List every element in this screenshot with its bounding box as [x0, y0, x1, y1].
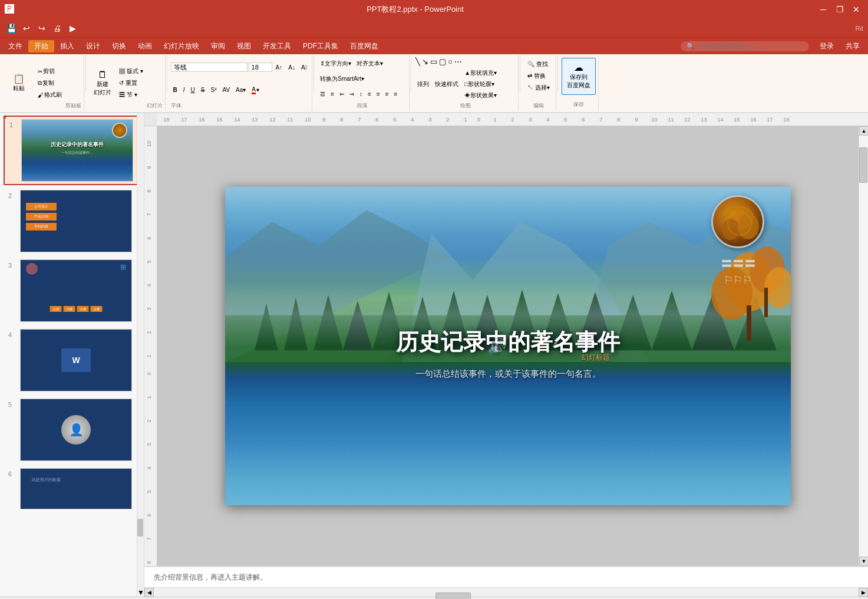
- slide-canvas[interactable]: 〓〓〓 ⚐⚐⚐ 历史记录中的著名事件 幻灯标题 一句话总结该事件，或关于该事件的…: [225, 187, 791, 505]
- more-shapes[interactable]: ⋯: [454, 57, 463, 67]
- quick-style-button[interactable]: 快速样式: [433, 79, 461, 90]
- menu-baidu[interactable]: 百度网盘: [344, 40, 384, 52]
- convert-smartart-button[interactable]: 转换为SmartArt▾: [318, 74, 366, 84]
- scrollbar-thumb[interactable]: [859, 147, 867, 183]
- slide-thumb-2[interactable]: 2 公司简介 产品介绍 学到内容 →: [4, 187, 140, 255]
- menu-developer[interactable]: 开发工具: [257, 40, 297, 52]
- circle-shape[interactable]: ○: [447, 57, 453, 67]
- undo-button[interactable]: ↩: [20, 22, 33, 35]
- menu-home[interactable]: 开始: [28, 40, 54, 52]
- slide-thumb-4[interactable]: 4 W: [4, 327, 140, 394]
- shadow-button[interactable]: S²: [208, 85, 219, 94]
- redo-button[interactable]: ↪: [35, 22, 48, 35]
- shape-fill-button[interactable]: ▲形状填充▾: [462, 68, 499, 78]
- scroll-up-button[interactable]: ▲: [859, 126, 868, 136]
- indent-decrease-button[interactable]: ⇐: [337, 90, 346, 98]
- new-slide-button[interactable]: 🗒 新建幻灯片: [90, 67, 115, 100]
- increase-font-button[interactable]: A↑: [273, 63, 285, 72]
- svg-text:10: 10: [146, 141, 152, 147]
- login-button[interactable]: 登录: [814, 40, 840, 52]
- arrow-shape[interactable]: ↘: [421, 57, 429, 67]
- slide-thumb-6[interactable]: 6 此处照片的标题: [4, 466, 140, 512]
- save-baidu-button[interactable]: ☁ 保存到百度网盘: [562, 58, 596, 95]
- rounded-rect-shape[interactable]: ▢: [438, 57, 447, 67]
- text-direction-button[interactable]: ⇕文字方向▾: [318, 58, 354, 69]
- slide-thumb-1[interactable]: 1 历史记录中的著名事件 一句话总结该事件...: [4, 116, 140, 185]
- svg-text:5: 5: [146, 490, 152, 493]
- bold-button[interactable]: B: [171, 85, 180, 94]
- copy-button[interactable]: ⧉ 复制: [35, 78, 64, 88]
- close-button[interactable]: ✕: [849, 4, 863, 15]
- slide-subtitle[interactable]: 一句话总结该事件，或关于该事件的一句名言。: [415, 368, 601, 380]
- slide-panel-scrollbar[interactable]: ▼: [137, 113, 144, 597]
- section-button[interactable]: ☰ 节 ▾: [117, 90, 146, 100]
- line-spacing-button[interactable]: ↕: [357, 90, 365, 98]
- scrollbar-horizontal[interactable]: ◀ ▶: [144, 587, 868, 597]
- clear-format-button[interactable]: A⃝: [299, 63, 309, 72]
- scrollbar-thumb-slides[interactable]: [137, 519, 143, 537]
- align-center-button[interactable]: ≡: [374, 90, 382, 98]
- font-color-button[interactable]: A▾: [249, 85, 262, 96]
- shape-outline-button[interactable]: □形状轮廓▾: [462, 79, 499, 90]
- find-button[interactable]: 🔍 查找: [525, 59, 552, 70]
- reset-button[interactable]: ↺ 重置: [117, 78, 146, 88]
- share-button[interactable]: 共享: [840, 40, 866, 52]
- replace-button[interactable]: ⇄ 替换: [525, 71, 552, 81]
- arrange-button[interactable]: 排列: [415, 79, 431, 90]
- align-left-button[interactable]: ≡: [365, 90, 374, 98]
- svg-text:·9: ·9: [633, 117, 638, 123]
- menu-design[interactable]: 设计: [80, 40, 106, 52]
- indent-increase-button[interactable]: ⇒: [347, 90, 357, 98]
- rect-shape[interactable]: ▭: [430, 57, 438, 67]
- strikethrough-button[interactable]: S: [199, 85, 207, 94]
- save-quick-button[interactable]: 💾: [5, 22, 18, 35]
- font-name-input[interactable]: [171, 62, 247, 72]
- slide-thumb-5[interactable]: 5 👤: [4, 396, 140, 463]
- minimize-button[interactable]: ─: [816, 4, 830, 15]
- line-shape[interactable]: ╲: [415, 57, 421, 67]
- slide-canvas-container[interactable]: 〓〓〓 ⚐⚐⚐ 历史记录中的著名事件 幻灯标题 一句话总结该事件，或关于该事件的…: [157, 126, 859, 566]
- align-justify-button[interactable]: ≡: [392, 90, 400, 98]
- h-scrollbar-thumb[interactable]: [435, 593, 471, 600]
- menu-insert[interactable]: 插入: [54, 40, 80, 52]
- shape-effect-button[interactable]: ◈形状效果▾: [462, 90, 499, 101]
- print-quick-button[interactable]: 🖨: [51, 22, 64, 35]
- format-painter-button[interactable]: 🖌 格式刷: [35, 90, 64, 100]
- menu-review[interactable]: 审阅: [205, 40, 231, 52]
- char-spacing-button[interactable]: AV: [220, 85, 232, 94]
- scroll-right-button[interactable]: ▶: [859, 588, 868, 597]
- svg-text:·16: ·16: [749, 117, 757, 123]
- case-button[interactable]: Aa▾: [233, 85, 248, 94]
- menu-file[interactable]: 文件: [2, 40, 28, 52]
- menu-transition[interactable]: 切换: [106, 40, 132, 52]
- paste-button[interactable]: 📋 粘贴: [6, 71, 32, 96]
- present-button[interactable]: ▶: [66, 22, 79, 35]
- select-button[interactable]: ↖ 选择▾: [525, 83, 552, 93]
- align-text-button[interactable]: 对齐文本▾: [354, 58, 385, 69]
- audio-icon[interactable]: 🔊: [487, 337, 506, 356]
- decrease-font-button[interactable]: A↓: [286, 63, 298, 72]
- slide-subtitle-tag[interactable]: 幻灯标题: [582, 353, 610, 363]
- font-size-input[interactable]: [249, 62, 272, 72]
- menu-view[interactable]: 视图: [231, 40, 257, 52]
- search-input[interactable]: [697, 42, 803, 50]
- underline-button[interactable]: U: [189, 85, 197, 94]
- layout-button[interactable]: ▦ 版式 ▾: [117, 66, 146, 77]
- menu-pdf[interactable]: PDF工具集: [297, 40, 344, 52]
- number-list-button[interactable]: ≡: [328, 90, 336, 98]
- menu-animation[interactable]: 动画: [132, 40, 158, 52]
- italic-button[interactable]: I: [181, 85, 187, 94]
- bullet-list-button[interactable]: ☰: [318, 90, 328, 98]
- align-right-button[interactable]: ≡: [383, 90, 391, 98]
- scrollbar-vertical[interactable]: ▲ ▼: [859, 126, 868, 566]
- ruler-h-marks: // Rendered as static SVG text marks ·18…: [144, 113, 868, 126]
- scroll-down-button[interactable]: ▼: [859, 557, 868, 566]
- svg-text:3: 3: [146, 443, 152, 446]
- scroll-left-button[interactable]: ◀: [144, 588, 154, 597]
- cut-button[interactable]: ✂ 剪切: [35, 66, 64, 77]
- restore-button[interactable]: ❐: [833, 4, 847, 15]
- slide-thumb-3[interactable]: 3 ★ ⊞ 步骤 步骤 步骤 步骤: [4, 257, 140, 324]
- notes-area[interactable]: 先介绍背景信息，再进入主题讲解。: [144, 566, 868, 587]
- scroll-down-btn[interactable]: ▼: [137, 588, 144, 597]
- menu-slideshow[interactable]: 幻灯片放映: [158, 40, 205, 52]
